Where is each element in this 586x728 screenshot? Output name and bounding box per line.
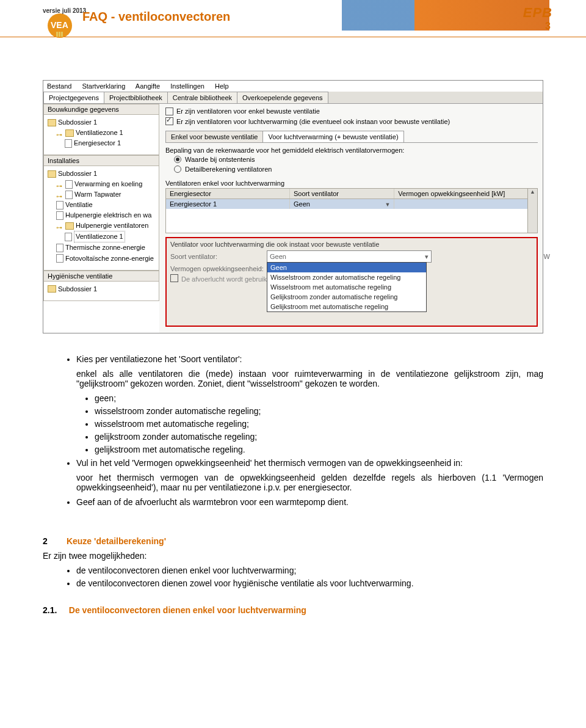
vermogen-label: Vermogen opwekkingseenheid: xyxy=(170,265,267,272)
tree-label: Subdossier 1 xyxy=(58,169,97,179)
tab-projectbibliotheek[interactable]: Projectbibliotheek xyxy=(104,92,168,103)
page-icon xyxy=(65,233,72,241)
subtab-bewuste[interactable]: Enkel voor bewuste ventilatie xyxy=(165,131,263,142)
checkbox-icon[interactable] xyxy=(165,117,173,125)
tree-hygienische: Subdossier 1 xyxy=(43,282,159,301)
dropdown-option[interactable]: Wisselstroom met automatische regeling xyxy=(267,282,426,292)
radio-icon[interactable] xyxy=(174,166,181,173)
radio-label: Detailberekening ventilatoren xyxy=(185,166,272,173)
soort-dropdown-menu[interactable]: Geen Wisselstroom zonder automatische re… xyxy=(267,262,427,312)
page-number: 3 xyxy=(545,21,551,32)
panel-installaties[interactable]: Installaties xyxy=(43,155,159,166)
tree-item[interactable]: Fotovoltaïsche zonne-energie xyxy=(46,253,156,264)
checkbox-label: Er zijn ventilatoren voor enkel bewuste … xyxy=(176,107,320,115)
page-icon xyxy=(65,139,72,148)
cell-energiesector: Energiesector 1 xyxy=(166,199,290,209)
checkbox-row-2[interactable]: Er zijn ventilatoren voor luchtverwarmin… xyxy=(165,118,538,126)
col-vermogen: Vermogen opwekkingseenheid [kW] xyxy=(394,189,537,198)
main-content: Er zijn ventilatoren voor enkel bewuste … xyxy=(159,104,543,333)
tree-item[interactable]: ⊶Warm Tapwater xyxy=(46,189,156,200)
document-body: Kies per ventilatiezone het 'Soort venti… xyxy=(43,354,543,615)
page-header: versie juli 2013 VEA FAQ - ventiloconvec… xyxy=(0,0,586,37)
tree-energiesector[interactable]: Energiesector 1 xyxy=(46,138,156,148)
key-icon: ⊶ xyxy=(56,181,63,187)
list-item: Geef aan of de afvoerlucht als warmtebro… xyxy=(76,497,543,507)
radio-row-b[interactable]: Detailberekening ventilatoren xyxy=(174,166,538,173)
dropdown-option[interactable]: Gelijkstroom met automatische regeling xyxy=(267,302,426,311)
checkbox-icon[interactable] xyxy=(170,274,178,282)
calc-label: Bepaling van de rekenwaarde voor het gem… xyxy=(165,147,538,154)
tab-overkoepelende[interactable]: Overkoepelende gegevens xyxy=(237,92,328,103)
page-icon xyxy=(65,180,73,189)
tree-label: Subdossier 1 xyxy=(58,117,97,128)
radio-label: Waarde bij ontstentenis xyxy=(185,156,255,163)
tree-label: Energiesector 1 xyxy=(74,138,121,148)
checkbox-icon[interactable] xyxy=(165,107,173,115)
tab-centrale-bibliotheek[interactable]: Centrale bibliotheek xyxy=(167,92,237,103)
radio-row-a[interactable]: Waarde bij ontstentenis xyxy=(174,156,538,164)
page-title: FAQ - ventiloconvectoren xyxy=(82,10,230,24)
dropdown-option[interactable]: Wisselstroom zonder automatische regelin… xyxy=(267,272,426,282)
panel-hygienische[interactable]: Hygiënische ventilatie xyxy=(43,271,159,282)
tree-subdossier[interactable]: Subdossier 1 xyxy=(46,117,156,128)
main-tabs: Projectgegevens Projectbibliotheek Centr… xyxy=(43,92,543,104)
menu-instellingen[interactable]: Instellingen xyxy=(170,82,204,90)
left-panel: Bouwkundige gegevens Subdossier 1 ⊶Venti… xyxy=(43,104,159,333)
unit-label: W xyxy=(544,253,550,260)
key-icon: ⊶ xyxy=(56,130,63,136)
cell-soort-dropdown[interactable]: Geen xyxy=(290,199,394,209)
col-energiesector: Energiesector xyxy=(166,189,290,198)
tree-label: Hulpenergie ventilatoren xyxy=(76,220,148,231)
dropdown-option[interactable]: Geen xyxy=(267,263,426,272)
tree-label: Hulpenergie elektrisch en wa xyxy=(65,210,151,220)
header-decorative-image xyxy=(342,0,549,31)
tree-label: Subdossier 1 xyxy=(58,284,97,294)
list-item: gelijkstroom met automatische regeling. xyxy=(95,445,543,454)
menu-aangifte[interactable]: Aangifte xyxy=(136,82,160,90)
menubar[interactable]: Bestand Startverklaring Aangifte Instell… xyxy=(43,81,543,92)
list-item: gelijkstroom zonder automatische regelin… xyxy=(95,432,543,442)
key-icon: ⊶ xyxy=(56,192,63,198)
list-item: de ventiloconvectoren dienen zowel voor … xyxy=(76,578,543,588)
panel-bouwkundige[interactable]: Bouwkundige gegevens xyxy=(43,104,159,115)
scroll-up-icon[interactable]: ▲ xyxy=(528,189,537,195)
soort-label: Soort ventilator: xyxy=(170,253,267,260)
redbox-section: Ventilator voor luchtverwarming die ook … xyxy=(165,237,538,327)
folder-icon xyxy=(48,170,56,178)
tab-projectgegevens[interactable]: Projectgegevens xyxy=(43,92,104,103)
menu-bestand[interactable]: Bestand xyxy=(47,82,71,90)
table-header: Energiesector Soort ventilator Vermogen … xyxy=(166,189,537,199)
tree-item[interactable]: Subdossier 1 xyxy=(46,169,156,179)
tree-item-selected[interactable]: Ventilatiezone 1 xyxy=(46,231,156,242)
tree-item[interactable]: ⊶Verwarming en koeling xyxy=(46,179,156,189)
text: enkel als alle ventilatoren die (mede) i… xyxy=(76,369,543,388)
tree-ventilatiezone[interactable]: ⊶Ventilatiezone 1 xyxy=(46,128,156,138)
radio-icon[interactable] xyxy=(174,156,181,163)
redbox-title: Ventilator voor luchtverwarming die ook … xyxy=(170,241,533,248)
folder-icon xyxy=(65,129,74,137)
section-21-heading: 2.1. De ventiloconvectoren dienen enkel … xyxy=(43,605,543,615)
menu-startverklaring[interactable]: Startverklaring xyxy=(82,82,125,90)
checkbox-row-1[interactable]: Er zijn ventilatoren voor enkel bewuste … xyxy=(165,107,538,116)
subtab-luchtverwarming[interactable]: Voor luchtverwarming (+ bewuste ventilat… xyxy=(262,131,403,142)
page-icon xyxy=(56,211,63,220)
tree-item[interactable]: Thermische zonne-energie xyxy=(46,242,156,253)
tree-item[interactable]: Subdossier 1 xyxy=(46,284,156,294)
list-item: Vul in het veld 'Vermogen opwekkingseenh… xyxy=(76,458,543,492)
key-icon: ⊶ xyxy=(56,223,63,229)
tree-item[interactable]: Ventilatie xyxy=(46,200,156,210)
section-title: Keuze 'detailberekening' xyxy=(67,536,166,546)
menu-help[interactable]: Help xyxy=(215,82,229,90)
text: Vul in het veld 'Vermogen opwekkingseenh… xyxy=(76,458,543,468)
dropdown-value: Geen xyxy=(270,253,286,260)
section-2-heading: 2 Keuze 'detailberekening' xyxy=(43,536,543,546)
scrollbar[interactable]: ▲ xyxy=(527,189,537,233)
tree-label: Warm Tapwater xyxy=(74,189,121,200)
dropdown-option[interactable]: Gelijkstroom zonder automatische regelin… xyxy=(267,292,426,302)
folder-icon xyxy=(65,222,74,230)
soort-dropdown[interactable]: Geen ▾ xyxy=(267,250,432,263)
tree-item[interactable]: Hulpenergie elektrisch en wa xyxy=(46,210,156,220)
list-item: Kies per ventilatiezone het 'Soort venti… xyxy=(76,354,543,388)
tree-item[interactable]: ⊶Hulpenergie ventilatoren xyxy=(46,220,156,231)
table-row[interactable]: Energiesector 1 Geen xyxy=(166,199,537,209)
